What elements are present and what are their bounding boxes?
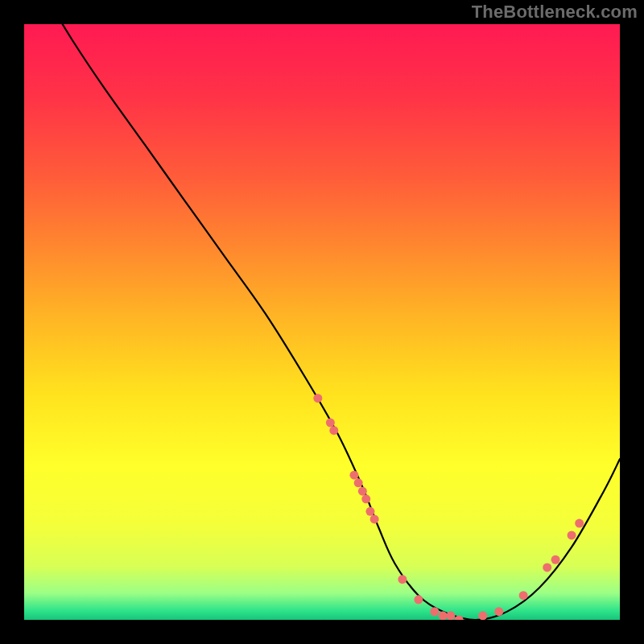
data-marker <box>519 591 528 600</box>
data-marker <box>361 494 370 503</box>
data-marker <box>494 607 503 616</box>
data-marker <box>568 530 576 539</box>
plot-area <box>24 24 620 620</box>
curve-layer <box>24 24 620 620</box>
data-marker <box>439 611 448 620</box>
marker-group <box>313 394 584 620</box>
data-marker <box>329 426 338 435</box>
data-marker <box>370 514 379 523</box>
data-marker <box>365 507 374 516</box>
data-marker <box>326 419 335 427</box>
data-marker <box>349 471 358 480</box>
data-marker <box>551 555 560 564</box>
bottleneck-curve <box>48 24 620 620</box>
data-marker <box>398 575 407 584</box>
data-marker <box>430 607 439 616</box>
watermark-text: TheBottleneck.com <box>472 2 638 23</box>
data-marker <box>478 611 487 620</box>
data-marker <box>354 478 363 487</box>
data-marker <box>358 487 367 496</box>
data-marker <box>446 611 455 620</box>
data-marker <box>543 563 551 572</box>
chart-frame: TheBottleneck.com <box>0 0 644 644</box>
data-marker <box>575 519 584 528</box>
data-marker <box>313 394 322 402</box>
data-marker <box>414 595 423 604</box>
